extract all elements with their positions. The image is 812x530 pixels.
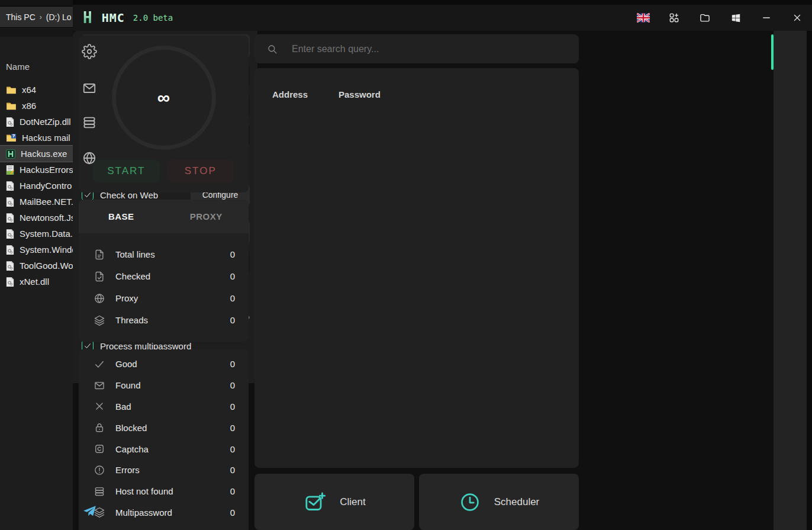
sidebar-mail-icon[interactable] bbox=[82, 81, 97, 96]
results-table-panel: Address Password bbox=[254, 68, 579, 468]
globe-icon bbox=[94, 293, 105, 304]
file-name: Hackus mail c bbox=[22, 133, 73, 143]
stat-label: Proxy bbox=[115, 293, 230, 303]
stat-value: 0 bbox=[230, 465, 235, 475]
check-icon bbox=[94, 358, 105, 370]
breadcrumb-this-pc[interactable]: This PC bbox=[6, 12, 36, 22]
file-row[interactable]: ToolGood.Wo bbox=[0, 258, 73, 274]
modules-button[interactable] bbox=[668, 11, 681, 24]
file-name: MailBee.NET. bbox=[20, 197, 73, 207]
minimize-button[interactable] bbox=[760, 11, 773, 24]
stat-row: Threads0 bbox=[79, 309, 249, 331]
stat-label: Blocked bbox=[115, 423, 230, 433]
telegram-plane-icon[interactable] bbox=[82, 504, 97, 519]
file-check-icon bbox=[94, 271, 105, 282]
open-folder-button[interactable] bbox=[698, 11, 711, 24]
stat-value: 0 bbox=[230, 486, 235, 496]
x-icon bbox=[94, 400, 105, 412]
folder-icon bbox=[699, 12, 711, 24]
breadcrumb-drive[interactable]: (D:) Lo bbox=[46, 12, 72, 22]
runner-panel: ∞ START STOP bbox=[79, 36, 249, 192]
scheduler-button-label: Scheduler bbox=[494, 496, 540, 508]
stats-tabbar: BASE PROXY bbox=[79, 200, 249, 233]
stat-label: Threads bbox=[115, 315, 230, 325]
stat-row: Checked0 bbox=[79, 265, 249, 287]
name-column-header[interactable]: Name bbox=[6, 62, 30, 72]
file-name: HandyContro bbox=[20, 181, 72, 191]
stat-row: Captcha0 bbox=[79, 438, 249, 460]
zip-folder-icon bbox=[6, 133, 17, 142]
stat-label: Total lines bbox=[115, 249, 230, 259]
file-row[interactable]: Newtonsoft.Js bbox=[0, 210, 73, 226]
file-row[interactable]: MailBee.NET. bbox=[0, 194, 73, 210]
windows-icon bbox=[730, 12, 742, 24]
stop-button[interactable]: STOP bbox=[167, 160, 234, 182]
stat-label: Multipassword bbox=[115, 507, 230, 518]
stat-label: Good bbox=[115, 359, 230, 369]
base-stats-panel: BASE PROXY Total lines0 Checked0 Proxy0 … bbox=[79, 200, 249, 342]
stat-row: Found0 bbox=[79, 375, 249, 396]
layers-icon bbox=[94, 314, 105, 326]
dll-file-icon bbox=[6, 213, 14, 223]
windows-button[interactable] bbox=[729, 11, 742, 24]
stat-value: 0 bbox=[230, 423, 235, 433]
folder-icon bbox=[6, 102, 17, 110]
file-row[interactable]: x86 bbox=[0, 98, 73, 114]
app-title: HMC bbox=[102, 11, 125, 25]
stat-value: 0 bbox=[230, 293, 235, 303]
file-row[interactable]: System.Windo bbox=[0, 242, 73, 258]
file-row[interactable]: HackusErrors. bbox=[0, 162, 73, 178]
app-file-icon bbox=[6, 149, 15, 159]
stat-row: Host not found0 bbox=[79, 481, 249, 502]
column-header-password[interactable]: Password bbox=[339, 89, 381, 99]
file-text-icon bbox=[94, 249, 105, 261]
stat-value: 0 bbox=[230, 249, 235, 259]
app-body: ∞ START STOP BASE PROXY Total lines0 Che… bbox=[73, 31, 812, 530]
grid-plus-icon bbox=[668, 12, 680, 24]
close-button[interactable] bbox=[791, 11, 804, 24]
alert-icon bbox=[94, 464, 105, 476]
stat-value: 0 bbox=[230, 315, 235, 325]
file-row[interactable]: x64 bbox=[0, 82, 73, 98]
explorer-toolbar-band bbox=[0, 28, 73, 37]
sidebar-globe-icon[interactable] bbox=[82, 150, 97, 166]
stat-value: 0 bbox=[230, 507, 235, 518]
start-button[interactable]: START bbox=[93, 160, 160, 182]
file-row[interactable]: DotNetZip.dll bbox=[0, 114, 73, 130]
client-button[interactable]: Client bbox=[254, 474, 414, 530]
search-input[interactable] bbox=[292, 44, 579, 54]
sidebar-settings-gear-icon[interactable] bbox=[82, 44, 97, 59]
breadcrumb[interactable]: This PC › (D:) Lo bbox=[0, 6, 73, 28]
dll-file-icon bbox=[6, 197, 14, 207]
screen: This PC › (D:) Lo Name x64 x86 DotNetZip… bbox=[0, 0, 812, 530]
column-header-address[interactable]: Address bbox=[272, 89, 339, 99]
stat-value: 0 bbox=[230, 401, 235, 412]
app-logo: H bbox=[83, 10, 92, 25]
infinity-symbol: ∞ bbox=[157, 88, 170, 108]
captcha-icon bbox=[94, 443, 105, 455]
title-bar: H HMC 2.0 beta bbox=[73, 5, 812, 31]
stat-label: Checked bbox=[115, 271, 230, 281]
file-name: System.Data.S bbox=[20, 229, 73, 239]
file-row-selected[interactable]: Hackus.exe bbox=[0, 146, 73, 162]
file-row[interactable]: Hackus mail c bbox=[0, 130, 73, 146]
chevron-right-icon: › bbox=[40, 13, 42, 21]
file-row[interactable]: HandyContro bbox=[0, 178, 73, 194]
file-name: x86 bbox=[22, 101, 36, 111]
scheduler-button[interactable]: Scheduler bbox=[419, 474, 579, 530]
dll-file-icon bbox=[6, 117, 14, 127]
mail-plus-icon bbox=[303, 490, 327, 514]
file-name: Hackus.exe bbox=[21, 149, 67, 159]
file-name: DotNetZip.dll bbox=[20, 117, 71, 127]
language-flag-button[interactable] bbox=[637, 11, 650, 24]
tab-proxy[interactable]: PROXY bbox=[164, 200, 249, 233]
stat-label: Found bbox=[115, 380, 230, 390]
right-sidebar bbox=[774, 31, 807, 530]
mail-icon bbox=[94, 380, 105, 391]
file-row[interactable]: xNet.dll bbox=[0, 274, 73, 290]
folder-icon bbox=[6, 86, 17, 94]
file-row[interactable]: System.Data.S bbox=[0, 226, 73, 242]
sidebar-database-icon[interactable] bbox=[82, 115, 97, 130]
tab-base[interactable]: BASE bbox=[79, 200, 164, 233]
file-name: HackusErrors. bbox=[20, 165, 73, 175]
